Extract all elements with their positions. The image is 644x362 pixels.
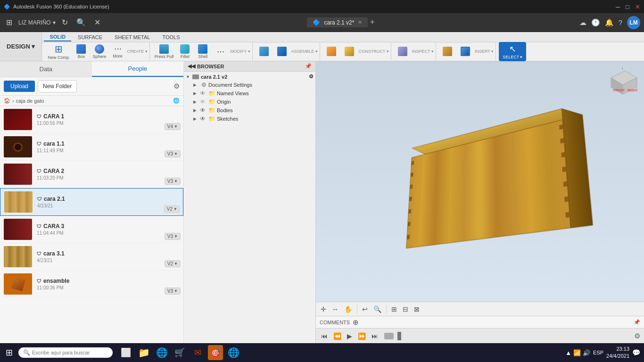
taskbar-volume-icon[interactable]: 🔊 bbox=[583, 349, 590, 356]
browser-item-bodies[interactable]: ▶ 👁 📁 Bodies bbox=[184, 106, 315, 115]
version-badge[interactable]: V3 bbox=[165, 233, 181, 240]
notification-icon[interactable]: 🔔 bbox=[605, 18, 614, 27]
refresh-button[interactable]: ↻ bbox=[59, 17, 70, 28]
taskbar-file-explorer[interactable]: 📁 bbox=[136, 345, 151, 360]
add-comment-button[interactable]: ⊕ bbox=[353, 318, 359, 327]
construct-btn2[interactable] bbox=[341, 46, 358, 57]
add-tab-button[interactable]: + bbox=[370, 17, 375, 27]
version-badge[interactable]: V2 bbox=[165, 260, 181, 267]
settings-button[interactable]: ⚙ bbox=[173, 82, 180, 90]
anim-timeline-btn[interactable] bbox=[397, 332, 401, 340]
close-button[interactable]: ✕ bbox=[635, 3, 640, 10]
pin-comments-icon[interactable]: 📌 bbox=[634, 319, 640, 325]
new-folder-button[interactable]: New Folder bbox=[38, 80, 77, 92]
taskbar-fusion[interactable]: 🎯 bbox=[208, 345, 223, 360]
search-bar[interactable]: 🔍 bbox=[18, 347, 113, 358]
browser-doc-settings-icon[interactable]: ⚙ bbox=[309, 74, 314, 80]
taskbar-chrome[interactable]: 🌐 bbox=[226, 345, 241, 360]
anim-settings-button[interactable]: ⚙ bbox=[634, 332, 640, 340]
breadcrumb-folder[interactable]: caja de gato bbox=[16, 98, 44, 104]
upload-button[interactable]: Upload bbox=[4, 81, 35, 92]
tab-data[interactable]: Data bbox=[0, 61, 92, 77]
browser-pin-icon[interactable]: 📌 bbox=[305, 63, 312, 69]
shell-button[interactable]: Shell bbox=[194, 43, 211, 60]
cloud-sync-icon[interactable]: ☁ bbox=[579, 18, 586, 27]
version-badge[interactable]: V4 bbox=[165, 123, 181, 130]
version-badge[interactable]: V3 bbox=[165, 288, 181, 295]
select-button[interactable]: ↖ SELECT ▾ bbox=[499, 42, 526, 61]
file-item[interactable]: 🛡 CARA 3 11:04:44 PM V3 bbox=[0, 216, 183, 243]
orbit-button[interactable]: ✛ bbox=[319, 304, 328, 314]
anim-next-button[interactable]: ⏩ bbox=[356, 331, 367, 341]
construct-btn1[interactable] bbox=[323, 46, 340, 57]
close-panel-button[interactable]: ✕ bbox=[92, 17, 103, 28]
minimize-button[interactable]: ─ bbox=[616, 3, 620, 10]
pan-button[interactable]: ↔ bbox=[330, 304, 340, 314]
tab-people[interactable]: People bbox=[92, 61, 184, 77]
browser-collapse-icon[interactable]: ◀◀ bbox=[188, 63, 195, 69]
taskbar-language[interactable]: ESP bbox=[593, 350, 603, 355]
assemble-btn2[interactable] bbox=[273, 46, 290, 57]
anim-prev-button[interactable]: ⏪ bbox=[332, 331, 343, 341]
taskbar-network-icon[interactable]: 📶 bbox=[573, 349, 581, 356]
doc-tab-close-icon[interactable]: ✕ bbox=[358, 19, 362, 25]
modify-more-button[interactable]: ⋯ bbox=[212, 46, 229, 57]
create-box-button[interactable]: Box bbox=[73, 43, 90, 60]
tab-solid[interactable]: SOLID bbox=[44, 33, 71, 41]
breadcrumb-home[interactable]: 🏠 bbox=[4, 98, 10, 104]
browser-item-named-views[interactable]: ▶ 👁 📁 Named Views bbox=[184, 89, 315, 98]
insert-btn1[interactable] bbox=[439, 46, 456, 57]
doc-tab[interactable]: 🔷 cara 2.1 v2* ✕ bbox=[307, 17, 368, 27]
search-input[interactable] bbox=[32, 350, 103, 355]
grid-display-btn[interactable]: ⊟ bbox=[401, 304, 410, 314]
assemble-btn1[interactable] bbox=[256, 46, 272, 57]
user-avatar[interactable]: LM bbox=[627, 16, 640, 29]
history-icon[interactable]: 🕐 bbox=[591, 18, 600, 27]
maximize-button[interactable]: □ bbox=[626, 3, 629, 10]
file-item-selected[interactable]: 🛡 cara 2.1 4/23/21 V2 bbox=[0, 188, 183, 216]
create-sphere-button[interactable]: Sphere bbox=[91, 43, 108, 60]
globe-icon[interactable]: 🌐 bbox=[173, 98, 180, 104]
browser-item-doc-settings[interactable]: ▶ ⚙ Document Settings bbox=[184, 81, 315, 89]
search-button[interactable]: 🔍 bbox=[74, 17, 88, 28]
browser-item-sketches[interactable]: ▶ 👁 📁 Sketches bbox=[184, 115, 315, 123]
help-icon[interactable]: ? bbox=[619, 18, 622, 26]
file-item[interactable]: 🛡 cara 1.1 11:11:49 PM V3 bbox=[0, 133, 183, 161]
design-button[interactable]: DESIGN ▾ bbox=[0, 32, 42, 61]
zoom-button[interactable]: ↩ bbox=[360, 304, 370, 314]
view-cube[interactable]: FRONT RIGHT ↑ bbox=[606, 66, 639, 99]
file-item[interactable]: 🛡 cara 3.1 4/23/21 V2 bbox=[0, 243, 183, 271]
taskbar-clock[interactable]: 23:13 24/4/2021 bbox=[606, 346, 629, 360]
file-item[interactable]: 🛡 CARA 2 11:03:20 PM V3 bbox=[0, 161, 183, 188]
new-component-button[interactable]: ⊞ New Comp. bbox=[46, 42, 72, 61]
insert-image-btn[interactable] bbox=[457, 46, 474, 57]
display-mode-btn[interactable]: ⊞ bbox=[389, 304, 399, 314]
taskbar-browser[interactable]: 🌐 bbox=[154, 345, 169, 360]
file-item[interactable]: 🛡 CARA 1 11:00:56 PM V4 bbox=[0, 106, 183, 133]
taskbar-task-view[interactable]: ⬜ bbox=[118, 345, 133, 360]
anim-last-button[interactable]: ⏭ bbox=[370, 331, 380, 341]
create-more-button[interactable]: ⋯ More bbox=[109, 43, 126, 59]
taskbar-store[interactable]: 🛒 bbox=[172, 345, 187, 360]
press-pull-button[interactable]: Press Pull bbox=[153, 43, 176, 60]
taskbar-up-arrow[interactable]: ▲ bbox=[565, 349, 571, 356]
grid-icon[interactable]: ⊞ bbox=[4, 17, 15, 28]
fillet-button[interactable]: Fillet bbox=[176, 43, 193, 60]
file-item[interactable]: 🛡 ensamble 11:00:36 PM V3 bbox=[0, 271, 183, 298]
start-button[interactable]: ⊞ bbox=[2, 346, 17, 360]
inspect-btn1[interactable] bbox=[394, 46, 411, 57]
title-bar-controls[interactable]: ─ □ ✕ bbox=[616, 3, 640, 10]
browser-item-origin[interactable]: ▶ 👁 📁 Origin bbox=[184, 98, 315, 106]
3d-viewport[interactable]: FRONT RIGHT ↑ bbox=[316, 61, 644, 302]
taskbar-notif-icon[interactable]: 💬 bbox=[632, 349, 640, 356]
version-badge[interactable]: V3 bbox=[165, 150, 181, 157]
tab-sheet-metal[interactable]: SHEET METAL bbox=[109, 33, 156, 41]
anim-first-button[interactable]: ⏮ bbox=[320, 331, 329, 341]
appearance-btn[interactable]: ⊠ bbox=[412, 304, 421, 314]
taskbar-mail[interactable]: ✉ bbox=[190, 345, 205, 360]
version-badge[interactable]: V3 bbox=[165, 178, 181, 185]
user-badge[interactable]: LIZ MARIÑO ▾ bbox=[18, 19, 56, 26]
version-badge[interactable]: V2 bbox=[164, 206, 180, 213]
anim-camera-btn[interactable] bbox=[384, 333, 394, 339]
tab-tools[interactable]: TOOLS bbox=[157, 33, 185, 41]
